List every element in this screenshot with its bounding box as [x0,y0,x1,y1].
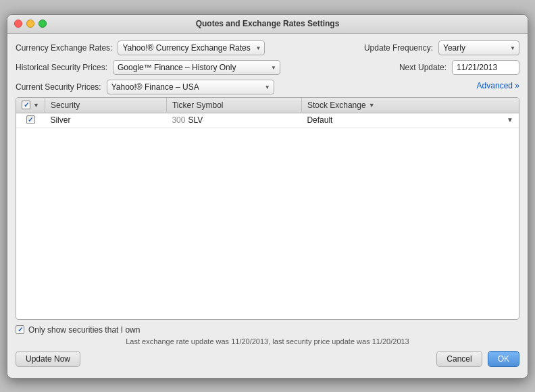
historical-select-wrapper: Google™ Finance – History Only Yahoo!® F… [113,60,280,75]
historical-row: Historical Security Prices: Google™ Fina… [16,60,519,75]
cancel-button[interactable]: Cancel [436,351,482,367]
col-header-security: Security [45,98,166,113]
table-header-row: ▼ Security Ticker Symbol [16,98,519,113]
table-row: Silver 300SLV Default ▼ [16,113,519,127]
header-checkbox[interactable] [22,101,30,109]
currency-select-wrapper: Yahoo!® Currency Exchange Rates [118,40,265,55]
ok-button[interactable]: OK [488,351,519,367]
currency-row: Currency Exchange Rates: Yahoo!® Currenc… [16,40,519,55]
minimize-button[interactable] [26,20,34,28]
title-bar: Quotes and Exchange Rates Settings [7,15,528,34]
current-select-wrapper: Yahoo!® Finance – USA Yahoo!® Finance – … [107,80,274,94]
update-now-button[interactable]: Update Now [16,351,80,367]
securities-table-container: ▼ Security Ticker Symbol [16,97,519,320]
next-update-section: Next Update: [399,60,519,75]
current-label: Current Security Prices: [16,82,101,92]
only-show-row: Only show securities that I own [16,325,519,335]
ticker-number: 300 [172,115,185,125]
freq-section: Update Frequency: Yearly Monthly Weekly … [364,40,519,55]
freq-select-wrapper: Yearly Monthly Weekly Daily [438,40,519,55]
exchange-sort-arrow[interactable]: ▼ [369,102,375,109]
status-text: Last exchange rate update was 11/20/2013… [16,337,519,345]
exchange-dropdown-arrow[interactable]: ▼ [507,116,513,123]
row-security: Silver [45,113,166,127]
content-area: Currency Exchange Rates: Yahoo!® Currenc… [7,34,528,378]
row-exchange: Default ▼ [301,113,519,127]
close-button[interactable] [14,20,22,28]
securities-table: ▼ Security Ticker Symbol [16,98,519,128]
row-checkbox[interactable] [26,115,35,124]
freq-select[interactable]: Yearly Monthly Weekly Daily [438,40,519,55]
col-header-check: ▼ [16,98,45,113]
currency-label: Currency Exchange Rates: [16,43,112,53]
bottom-buttons-row: Update Now Cancel OK [16,351,519,367]
only-show-label: Only show securities that I own [28,325,140,335]
only-show-checkbox[interactable] [16,325,24,334]
maximize-button[interactable] [39,20,47,28]
traffic-lights [14,20,47,28]
next-update-input[interactable] [452,60,519,75]
row-ticker: 300SLV [166,113,301,127]
header-sort-arrow[interactable]: ▼ [33,102,39,109]
current-select[interactable]: Yahoo!® Finance – USA Yahoo!® Finance – … [107,80,274,94]
col-header-ticker: Ticker Symbol [166,98,301,113]
update-freq-label: Update Frequency: [364,43,433,53]
historical-select[interactable]: Google™ Finance – History Only Yahoo!® F… [113,60,280,75]
buttons-right: Cancel OK [436,351,519,367]
window-title: Quotes and Exchange Rates Settings [196,19,340,28]
current-row: Current Security Prices: Yahoo!® Finance… [16,80,519,94]
advanced-link[interactable]: Advanced » [477,81,519,90]
main-window: Quotes and Exchange Rates Settings Curre… [7,14,528,379]
row-check-cell [16,113,45,127]
col-header-exchange: Stock Exchange ▼ [301,98,519,113]
ticker-symbol: SLV [188,115,203,125]
historical-label: Historical Security Prices: [16,63,107,72]
currency-select[interactable]: Yahoo!® Currency Exchange Rates [118,40,265,55]
next-update-label: Next Update: [399,63,447,72]
